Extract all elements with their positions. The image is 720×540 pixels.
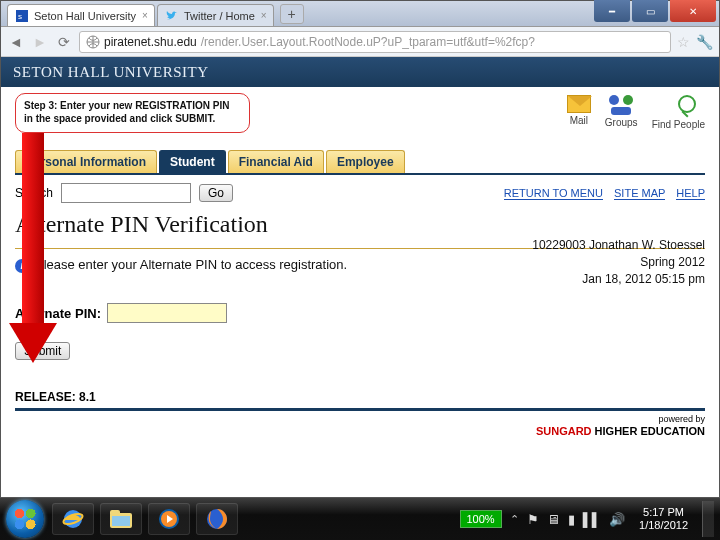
svg-rect-6	[110, 510, 120, 516]
mail-link[interactable]: Mail	[567, 95, 591, 130]
user-term: Spring 2012	[532, 254, 705, 271]
site-banner: SETON HALL UNIVERSITY	[1, 57, 719, 87]
start-button[interactable]	[6, 500, 44, 538]
zoom-indicator[interactable]: 100%	[460, 510, 502, 528]
release-version: RELEASE: 8.1	[15, 390, 705, 404]
new-tab-button[interactable]: +	[280, 4, 304, 24]
show-desktop-button[interactable]	[702, 501, 714, 537]
tab-title: Twitter / Home	[184, 10, 255, 22]
taskbar-explorer[interactable]	[100, 503, 142, 535]
window-minimize-button[interactable]: ━	[594, 0, 630, 22]
close-icon[interactable]: ×	[261, 10, 267, 21]
groups-label: Groups	[605, 117, 638, 128]
search-input[interactable]	[61, 183, 191, 203]
user-info-block: 10229003 Jonathan W. Stoessel Spring 201…	[532, 237, 705, 287]
mail-label: Mail	[570, 115, 588, 126]
tray-volume-icon[interactable]: 🔊	[609, 512, 625, 527]
tab-employee[interactable]: Employee	[326, 150, 405, 173]
bookmark-icon[interactable]: ☆	[677, 34, 690, 50]
page-timestamp: Jan 18, 2012 05:15 pm	[532, 271, 705, 288]
shu-favicon: s	[16, 10, 28, 22]
window-maximize-button[interactable]: ▭	[632, 0, 668, 22]
url-host: piratenet.shu.edu	[104, 35, 197, 49]
browser-tab-active[interactable]: s Seton Hall University ×	[7, 4, 155, 26]
twitter-favicon	[166, 10, 178, 22]
browser-tab[interactable]: Twitter / Home ×	[157, 4, 274, 26]
taskbar-ie[interactable]	[52, 503, 94, 535]
page-content: SETON HALL UNIVERSITY Step 3: Enter your…	[1, 57, 719, 497]
main-nav-tabs: Personal Information Student Financial A…	[15, 151, 705, 175]
back-button[interactable]: ◄	[7, 33, 25, 51]
svg-text:s: s	[18, 12, 22, 21]
taskbar-wmp[interactable]	[148, 503, 190, 535]
header-links: RETURN TO MENU SITE MAP HELP	[496, 187, 705, 199]
instruction-arrow	[15, 133, 51, 363]
brand-sungard: SUNGARD	[536, 425, 592, 437]
url-path: /render.User.Layout.RootNode.uP?uP_tpara…	[201, 35, 535, 49]
groups-icon	[609, 95, 633, 115]
tray-network-icon[interactable]: ▌▌	[583, 512, 601, 527]
url-field[interactable]: piratenet.shu.edu/render.User.Layout.Roo…	[79, 31, 671, 53]
instruction-label: Please enter your Alternate PIN to acces…	[35, 257, 347, 272]
return-menu-link[interactable]: RETURN TO MENU	[504, 187, 603, 200]
powered-by: powered by SUNGARD HIGHER EDUCATION	[536, 415, 705, 438]
brand-he: HIGHER EDUCATION	[592, 425, 705, 437]
svg-rect-7	[112, 516, 130, 526]
page-title: Alternate PIN Verification	[15, 211, 705, 238]
search-icon	[667, 95, 689, 117]
tray-action-center-icon[interactable]: ⚑	[527, 512, 539, 527]
taskbar-clock[interactable]: 5:17 PM 1/18/2012	[633, 506, 694, 532]
tray-chevron-icon[interactable]: ⌃	[510, 513, 519, 526]
close-icon[interactable]: ×	[142, 10, 148, 21]
alternate-pin-input[interactable]	[107, 303, 227, 323]
tab-financial-aid[interactable]: Financial Aid	[228, 150, 324, 173]
mail-icon	[567, 95, 591, 113]
window-close-button[interactable]: ✕	[670, 0, 716, 22]
system-tray: ⚑ 🖥 ▮ ▌▌ 🔊	[527, 512, 625, 527]
go-button[interactable]: Go	[199, 184, 233, 202]
find-label: Find People	[652, 119, 705, 130]
browser-window: s Seton Hall University × Twitter / Home…	[0, 0, 720, 498]
powered-by-label: powered by	[536, 415, 705, 425]
tray-monitor-icon[interactable]: 🖥	[547, 512, 560, 527]
windows-taskbar: 100% ⌃ ⚑ 🖥 ▮ ▌▌ 🔊 5:17 PM 1/18/2012	[0, 498, 720, 540]
clock-date: 1/18/2012	[639, 519, 688, 532]
help-link[interactable]: HELP	[676, 187, 705, 200]
sitemap-link[interactable]: SITE MAP	[614, 187, 665, 200]
groups-link[interactable]: Groups	[605, 95, 638, 130]
footer-bar: powered by SUNGARD HIGHER EDUCATION	[15, 408, 705, 438]
utility-icons: Mail Groups Find People	[567, 95, 705, 130]
user-id-name: 10229003 Jonathan W. Stoessel	[532, 237, 705, 254]
tab-title: Seton Hall University	[34, 10, 136, 22]
clock-time: 5:17 PM	[639, 506, 688, 519]
step-callout: Step 3: Enter your new REGISTRATION PIN …	[15, 93, 250, 133]
taskbar-firefox[interactable]	[196, 503, 238, 535]
reload-button[interactable]: ⟳	[55, 33, 73, 51]
tray-battery-icon[interactable]: ▮	[568, 512, 575, 527]
forward-button[interactable]: ►	[31, 33, 49, 51]
settings-icon[interactable]: 🔧	[696, 34, 713, 50]
tab-student[interactable]: Student	[159, 150, 226, 173]
globe-icon	[86, 35, 100, 49]
find-people-link[interactable]: Find People	[652, 95, 705, 130]
address-bar: ◄ ► ⟳ piratenet.shu.edu/render.User.Layo…	[1, 27, 719, 57]
